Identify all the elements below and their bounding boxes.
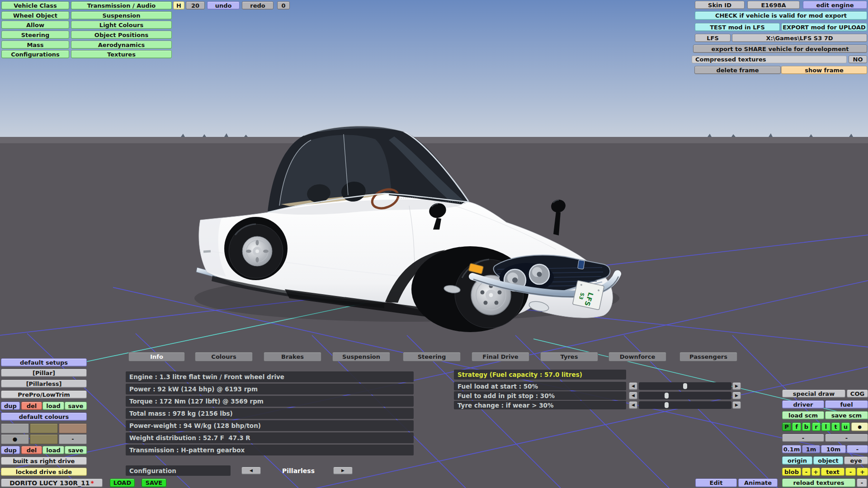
tab-brakes[interactable]: Brakes bbox=[264, 352, 321, 361]
lfs-button[interactable]: LFS bbox=[695, 34, 731, 42]
tab-steering[interactable]: Steering bbox=[403, 352, 461, 361]
colour-swatch[interactable] bbox=[30, 423, 58, 433]
setup-load-button[interactable]: load bbox=[42, 402, 64, 410]
colour-dup-button[interactable]: dup bbox=[1, 446, 20, 454]
load-scm-button[interactable]: load scm bbox=[782, 411, 824, 419]
blob-minus-button[interactable]: - bbox=[802, 468, 811, 476]
setup-pillarless[interactable]: [Pillarless] bbox=[1, 380, 87, 388]
colour-swatch[interactable] bbox=[1, 423, 29, 433]
compressed-textures-toggle[interactable]: NO bbox=[849, 56, 867, 63]
built-as-right-drive-button[interactable]: built as right drive bbox=[1, 457, 87, 465]
history-mode-button[interactable]: H bbox=[173, 1, 184, 9]
tab-tyres[interactable]: Tyres bbox=[540, 352, 598, 361]
test-mod-button[interactable]: TEST mod in LFS bbox=[695, 23, 780, 31]
draw-flag-dot[interactable]: ● bbox=[851, 422, 868, 431]
share-vehicle-button[interactable]: export to SHARE vehicle for development bbox=[693, 45, 867, 53]
menu-wheel-object[interactable]: Wheel Object bbox=[1, 11, 69, 19]
slider-thumb[interactable] bbox=[683, 383, 687, 389]
fuel-start-slider[interactable] bbox=[639, 382, 731, 390]
edit-engine-button[interactable]: edit engine bbox=[803, 1, 867, 9]
menu-suspension[interactable]: Suspension bbox=[71, 11, 172, 19]
delete-frame-button[interactable]: delete frame bbox=[694, 66, 781, 74]
save-scm-button[interactable]: save scm bbox=[825, 411, 868, 419]
history-step-value[interactable]: 20 bbox=[186, 1, 205, 9]
colour-swatch-current[interactable]: ● bbox=[1, 434, 29, 444]
colour-save-button[interactable]: save bbox=[65, 446, 87, 454]
draw-flag-l[interactable]: l bbox=[821, 422, 830, 431]
menu-aerodynamics[interactable]: Aerodynamics bbox=[71, 41, 172, 49]
colour-del-button[interactable]: del bbox=[21, 446, 42, 454]
draw-flag-f[interactable]: f bbox=[792, 422, 801, 431]
slider-increase-button[interactable]: ▶ bbox=[732, 401, 741, 409]
fuel-pit-slider[interactable] bbox=[639, 392, 731, 399]
menu-vehicle-class[interactable]: Vehicle Class bbox=[1, 1, 69, 9]
setup-dup-button[interactable]: dup bbox=[1, 402, 20, 410]
reload-minus-button[interactable]: - bbox=[857, 479, 867, 487]
show-frame-button[interactable]: show frame bbox=[781, 66, 867, 74]
tab-suspension[interactable]: Suspension bbox=[332, 352, 390, 361]
load-button[interactable]: LOAD bbox=[110, 479, 135, 487]
slider-decrease-button[interactable]: ◀ bbox=[629, 401, 637, 409]
undo-button[interactable]: undo bbox=[207, 1, 240, 9]
tab-colours[interactable]: Colours bbox=[195, 352, 253, 361]
menu-allow[interactable]: Allow bbox=[1, 21, 69, 29]
setup-prepro-lowtrim[interactable]: PrePro/LowTrim bbox=[1, 390, 87, 399]
fuel-button[interactable]: fuel bbox=[825, 400, 868, 408]
colour-swatch[interactable] bbox=[30, 434, 58, 444]
draw-flag-u[interactable]: u bbox=[841, 422, 850, 431]
grid-size-01m[interactable]: 0.1m bbox=[782, 445, 801, 453]
configuration-next-button[interactable]: ▶ bbox=[333, 467, 353, 474]
configuration-prev-button[interactable]: ◀ bbox=[241, 467, 261, 474]
slider-decrease-button[interactable]: ◀ bbox=[629, 392, 637, 399]
cog-button[interactable]: COG bbox=[847, 389, 868, 398]
lfs-path-value[interactable]: X:\Games\LFS S3 7D bbox=[732, 34, 867, 42]
tab-info[interactable]: Info bbox=[128, 352, 185, 361]
vehicle-name-field[interactable]: DORITO LUCY 130R_11* bbox=[1, 479, 103, 487]
skin-id-label[interactable]: Skin ID bbox=[695, 1, 745, 9]
draw-flag-b[interactable]: b bbox=[802, 422, 811, 431]
setup-save-button[interactable]: save bbox=[65, 402, 87, 410]
driver-button[interactable]: driver bbox=[782, 400, 824, 408]
tab-passengers[interactable]: Passengers bbox=[679, 352, 737, 361]
menu-transmission-audio[interactable]: Transmission / Audio bbox=[71, 1, 172, 9]
view-origin-button[interactable]: origin bbox=[782, 456, 812, 465]
skin-id-value[interactable]: E1698A bbox=[747, 1, 800, 9]
blob-button[interactable]: blob bbox=[782, 468, 801, 476]
slider-increase-button[interactable]: ▶ bbox=[732, 382, 741, 390]
draw-flag-r[interactable]: r bbox=[812, 422, 821, 431]
grid-size-minus[interactable]: - bbox=[847, 445, 868, 453]
menu-mass[interactable]: Mass bbox=[1, 41, 69, 49]
menu-steering[interactable]: Steering bbox=[1, 31, 69, 39]
dash-left-button[interactable]: - bbox=[782, 434, 824, 442]
tyre-change-slider[interactable] bbox=[639, 401, 731, 409]
redo-count[interactable]: 0 bbox=[277, 1, 290, 9]
grid-size-10m[interactable]: 10m bbox=[821, 445, 846, 453]
dash-right-button[interactable]: - bbox=[825, 434, 868, 442]
default-setups-button[interactable]: default setups bbox=[1, 358, 87, 366]
draw-flag-p[interactable]: P bbox=[782, 422, 791, 431]
reload-textures-button[interactable]: reload textures bbox=[782, 479, 855, 487]
menu-textures[interactable]: Textures bbox=[71, 50, 172, 58]
menu-configurations[interactable]: Configurations bbox=[1, 50, 69, 58]
menu-object-positions[interactable]: Object Positions bbox=[71, 31, 172, 39]
animate-mode-button[interactable]: Animate bbox=[738, 479, 778, 487]
tab-downforce[interactable]: Downforce bbox=[609, 352, 666, 361]
colour-swatch-minus[interactable]: - bbox=[59, 434, 87, 444]
view-eye-button[interactable]: eye bbox=[844, 456, 868, 465]
grid-size-1m[interactable]: 1m bbox=[802, 445, 820, 453]
check-mod-button[interactable]: CHECK if vehicle is valid for mod export bbox=[695, 11, 867, 20]
edit-mode-button[interactable]: Edit bbox=[695, 479, 737, 487]
redo-button[interactable]: redo bbox=[242, 1, 274, 9]
setup-pillar[interactable]: [Pillar] bbox=[1, 369, 87, 377]
draw-flag-t[interactable]: t bbox=[831, 422, 840, 431]
locked-drive-side-button[interactable]: locked drive side bbox=[1, 468, 87, 476]
text-plus-button[interactable]: + bbox=[857, 468, 868, 476]
default-colours-button[interactable]: default colours bbox=[1, 413, 87, 421]
blob-plus-button[interactable]: + bbox=[811, 468, 820, 476]
slider-increase-button[interactable]: ▶ bbox=[732, 392, 741, 399]
save-button[interactable]: SAVE bbox=[142, 479, 166, 487]
special-draw-button[interactable]: special draw bbox=[782, 389, 845, 398]
slider-decrease-button[interactable]: ◀ bbox=[629, 382, 637, 390]
text-minus-button[interactable]: - bbox=[845, 468, 856, 476]
menu-light-colours[interactable]: Light Colours bbox=[71, 21, 172, 29]
